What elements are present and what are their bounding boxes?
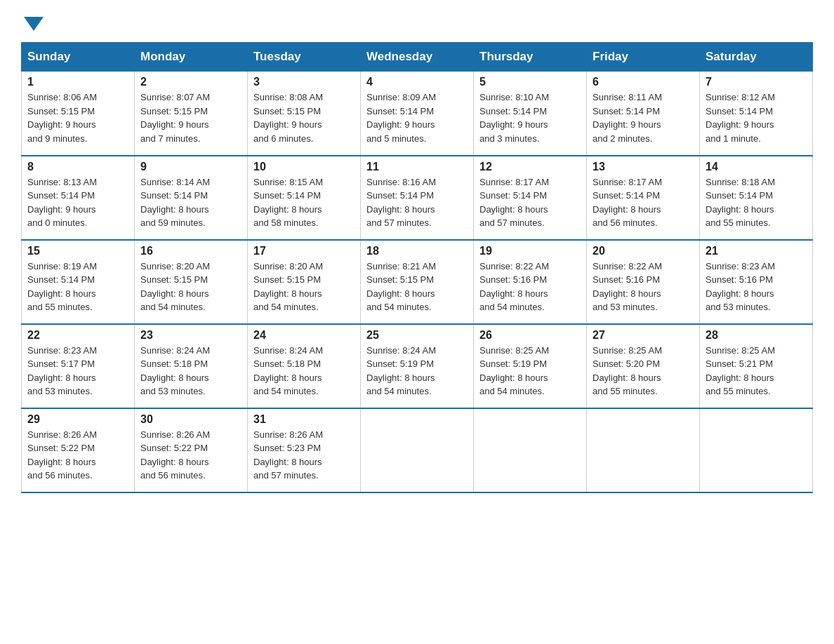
calendar-cell: 11 Sunrise: 8:16 AMSunset: 5:14 PMDaylig… xyxy=(361,156,474,240)
week-row-4: 22 Sunrise: 8:23 AMSunset: 5:17 PMDaylig… xyxy=(22,324,813,408)
day-number: 25 xyxy=(366,329,468,342)
calendar-cell: 20 Sunrise: 8:22 AMSunset: 5:16 PMDaylig… xyxy=(587,240,700,324)
day-number: 16 xyxy=(140,245,241,257)
day-number: 19 xyxy=(479,245,581,257)
day-number: 9 xyxy=(140,161,241,173)
day-info: Sunrise: 8:22 AMSunset: 5:16 PMDaylight:… xyxy=(593,260,694,314)
calendar-cell: 10 Sunrise: 8:15 AMSunset: 5:14 PMDaylig… xyxy=(248,156,361,240)
day-number: 8 xyxy=(27,161,128,173)
day-number: 14 xyxy=(706,161,807,173)
logo-triangle-icon xyxy=(24,17,44,31)
header-cell-saturday: Saturday xyxy=(700,43,813,72)
day-number: 21 xyxy=(706,245,807,257)
day-number: 27 xyxy=(593,329,694,342)
calendar-cell xyxy=(361,408,474,492)
day-info: Sunrise: 8:26 AMSunset: 5:22 PMDaylight:… xyxy=(140,428,241,483)
header-cell-monday: Monday xyxy=(135,43,248,72)
calendar-cell: 3 Sunrise: 8:08 AMSunset: 5:15 PMDayligh… xyxy=(248,72,361,156)
day-number: 28 xyxy=(706,329,807,342)
calendar-cell: 8 Sunrise: 8:13 AMSunset: 5:14 PMDayligh… xyxy=(22,156,135,240)
header-row: SundayMondayTuesdayWednesdayThursdayFrid… xyxy=(22,43,813,72)
calendar-cell: 1 Sunrise: 8:06 AMSunset: 5:15 PMDayligh… xyxy=(22,72,135,156)
calendar-cell: 2 Sunrise: 8:07 AMSunset: 5:15 PMDayligh… xyxy=(135,72,248,156)
day-info: Sunrise: 8:26 AMSunset: 5:22 PMDaylight:… xyxy=(27,428,128,483)
day-info: Sunrise: 8:20 AMSunset: 5:15 PMDaylight:… xyxy=(140,260,241,314)
calendar-cell xyxy=(700,408,813,492)
day-number: 11 xyxy=(366,161,468,173)
day-number: 6 xyxy=(593,76,694,88)
week-row-1: 1 Sunrise: 8:06 AMSunset: 5:15 PMDayligh… xyxy=(22,72,813,156)
day-number: 20 xyxy=(593,245,694,257)
day-info: Sunrise: 8:17 AMSunset: 5:14 PMDaylight:… xyxy=(593,175,694,230)
calendar-cell: 30 Sunrise: 8:26 AMSunset: 5:22 PMDaylig… xyxy=(135,408,248,492)
calendar-cell: 18 Sunrise: 8:21 AMSunset: 5:15 PMDaylig… xyxy=(361,240,474,324)
calendar-cell: 31 Sunrise: 8:26 AMSunset: 5:23 PMDaylig… xyxy=(248,408,361,492)
day-info: Sunrise: 8:15 AMSunset: 5:14 PMDaylight:… xyxy=(253,175,355,230)
calendar-cell: 17 Sunrise: 8:20 AMSunset: 5:15 PMDaylig… xyxy=(248,240,361,324)
calendar-cell: 24 Sunrise: 8:24 AMSunset: 5:18 PMDaylig… xyxy=(248,324,361,408)
calendar-cell: 23 Sunrise: 8:24 AMSunset: 5:18 PMDaylig… xyxy=(135,324,248,408)
header-cell-sunday: Sunday xyxy=(22,43,135,72)
day-number: 3 xyxy=(253,76,355,88)
day-info: Sunrise: 8:07 AMSunset: 5:15 PMDaylight:… xyxy=(140,90,241,145)
header-cell-tuesday: Tuesday xyxy=(248,43,361,72)
day-info: Sunrise: 8:25 AMSunset: 5:19 PMDaylight:… xyxy=(479,344,581,398)
calendar-cell: 28 Sunrise: 8:25 AMSunset: 5:21 PMDaylig… xyxy=(700,324,813,408)
day-number: 5 xyxy=(479,76,581,88)
day-info: Sunrise: 8:14 AMSunset: 5:14 PMDaylight:… xyxy=(140,175,241,230)
day-info: Sunrise: 8:17 AMSunset: 5:14 PMDaylight:… xyxy=(479,175,581,230)
day-info: Sunrise: 8:25 AMSunset: 5:20 PMDaylight:… xyxy=(593,344,694,398)
day-number: 4 xyxy=(366,76,468,88)
calendar-cell: 22 Sunrise: 8:23 AMSunset: 5:17 PMDaylig… xyxy=(22,324,135,408)
logo xyxy=(21,14,44,28)
calendar-cell: 9 Sunrise: 8:14 AMSunset: 5:14 PMDayligh… xyxy=(135,156,248,240)
day-number: 24 xyxy=(253,329,355,342)
day-info: Sunrise: 8:19 AMSunset: 5:14 PMDaylight:… xyxy=(27,260,128,314)
header-cell-wednesday: Wednesday xyxy=(361,43,474,72)
day-info: Sunrise: 8:26 AMSunset: 5:23 PMDaylight:… xyxy=(253,428,355,483)
day-info: Sunrise: 8:23 AMSunset: 5:16 PMDaylight:… xyxy=(706,260,807,314)
day-info: Sunrise: 8:10 AMSunset: 5:14 PMDaylight:… xyxy=(479,90,581,145)
day-info: Sunrise: 8:21 AMSunset: 5:15 PMDaylight:… xyxy=(366,260,468,314)
day-info: Sunrise: 8:09 AMSunset: 5:14 PMDaylight:… xyxy=(366,90,468,145)
week-row-3: 15 Sunrise: 8:19 AMSunset: 5:14 PMDaylig… xyxy=(22,240,813,324)
day-info: Sunrise: 8:20 AMSunset: 5:15 PMDaylight:… xyxy=(253,260,355,314)
calendar-cell: 4 Sunrise: 8:09 AMSunset: 5:14 PMDayligh… xyxy=(361,72,474,156)
day-number: 29 xyxy=(27,413,128,426)
calendar-cell: 6 Sunrise: 8:11 AMSunset: 5:14 PMDayligh… xyxy=(587,72,700,156)
calendar-cell xyxy=(587,408,700,492)
calendar-cell: 26 Sunrise: 8:25 AMSunset: 5:19 PMDaylig… xyxy=(474,324,587,408)
day-number: 18 xyxy=(366,245,468,257)
day-number: 12 xyxy=(479,161,581,173)
day-info: Sunrise: 8:24 AMSunset: 5:19 PMDaylight:… xyxy=(366,344,468,398)
day-number: 22 xyxy=(27,329,128,342)
day-info: Sunrise: 8:24 AMSunset: 5:18 PMDaylight:… xyxy=(140,344,241,398)
calendar-cell: 15 Sunrise: 8:19 AMSunset: 5:14 PMDaylig… xyxy=(22,240,135,324)
day-number: 10 xyxy=(253,161,355,173)
day-info: Sunrise: 8:16 AMSunset: 5:14 PMDaylight:… xyxy=(366,175,468,230)
day-number: 17 xyxy=(253,245,355,257)
day-number: 1 xyxy=(27,76,128,88)
day-number: 2 xyxy=(140,76,241,88)
day-info: Sunrise: 8:13 AMSunset: 5:14 PMDaylight:… xyxy=(27,175,128,230)
calendar-body: 1 Sunrise: 8:06 AMSunset: 5:15 PMDayligh… xyxy=(22,72,813,492)
calendar-cell: 12 Sunrise: 8:17 AMSunset: 5:14 PMDaylig… xyxy=(474,156,587,240)
calendar-cell: 16 Sunrise: 8:20 AMSunset: 5:15 PMDaylig… xyxy=(135,240,248,324)
header-cell-friday: Friday xyxy=(587,43,700,72)
day-info: Sunrise: 8:11 AMSunset: 5:14 PMDaylight:… xyxy=(593,90,694,145)
calendar-cell: 19 Sunrise: 8:22 AMSunset: 5:16 PMDaylig… xyxy=(474,240,587,324)
calendar-cell: 27 Sunrise: 8:25 AMSunset: 5:20 PMDaylig… xyxy=(587,324,700,408)
week-row-5: 29 Sunrise: 8:26 AMSunset: 5:22 PMDaylig… xyxy=(22,408,813,492)
day-number: 26 xyxy=(479,329,581,342)
day-number: 13 xyxy=(593,161,694,173)
day-info: Sunrise: 8:25 AMSunset: 5:21 PMDaylight:… xyxy=(706,344,807,398)
day-number: 23 xyxy=(140,329,241,342)
day-number: 15 xyxy=(27,245,128,257)
week-row-2: 8 Sunrise: 8:13 AMSunset: 5:14 PMDayligh… xyxy=(22,156,813,240)
page-header xyxy=(21,14,813,28)
day-info: Sunrise: 8:08 AMSunset: 5:15 PMDaylight:… xyxy=(253,90,355,145)
calendar-cell: 25 Sunrise: 8:24 AMSunset: 5:19 PMDaylig… xyxy=(361,324,474,408)
calendar-header: SundayMondayTuesdayWednesdayThursdayFrid… xyxy=(22,43,813,72)
day-info: Sunrise: 8:18 AMSunset: 5:14 PMDaylight:… xyxy=(706,175,807,230)
calendar-cell: 14 Sunrise: 8:18 AMSunset: 5:14 PMDaylig… xyxy=(700,156,813,240)
